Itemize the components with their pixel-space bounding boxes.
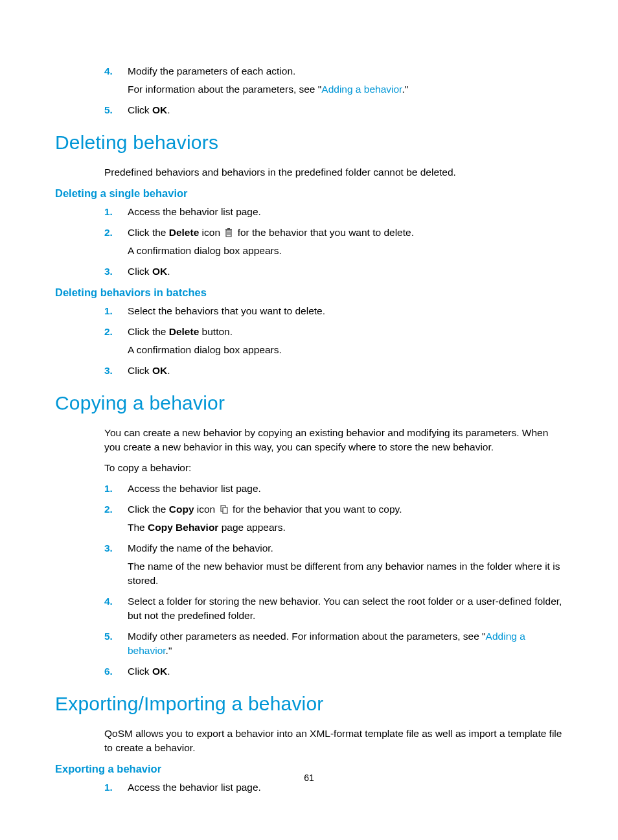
list-item: 4. Modify the parameters of each action.… xyxy=(104,64,563,97)
step-marker: 4. xyxy=(104,64,113,78)
svg-rect-4 xyxy=(225,229,232,231)
step-marker: 6. xyxy=(104,664,113,679)
step-text: Modify the parameters of each action. xyxy=(128,64,563,78)
heading-export-import: Exporting/Importing a behavior xyxy=(55,693,563,715)
step-marker: 5. xyxy=(104,103,113,117)
step-text: Click the Copy icon for the behavior tha… xyxy=(128,502,563,517)
list-item: 6. Click OK. xyxy=(104,664,563,679)
list-item: 5. Modify other parameters as needed. Fo… xyxy=(104,629,563,658)
list-item: 2. Click the Copy icon for the behavior … xyxy=(104,502,563,535)
page-number: 61 xyxy=(0,773,618,783)
step-marker: 5. xyxy=(104,629,113,644)
list-item: 4. Select a folder for storing the new b… xyxy=(104,594,563,623)
step-text: Select the behaviors that you want to de… xyxy=(128,304,563,318)
heading-deleting-single: Deleting a single behavior xyxy=(55,187,563,200)
step-sub: The name of the new behavior must be dif… xyxy=(128,559,563,588)
deleting-intro: Predefined behaviors and behaviors in th… xyxy=(104,165,563,180)
adding-behavior-link[interactable]: Adding a behavior xyxy=(321,84,402,95)
list-item: 1. Access the behavior list page. xyxy=(104,205,563,219)
copying-steps: 1. Access the behavior list page. 2. Cli… xyxy=(104,482,563,679)
list-item: 5. Click OK. xyxy=(104,103,563,117)
continuation-steps: 4. Modify the parameters of each action.… xyxy=(104,64,563,117)
step-text: Modify the name of the behavior. xyxy=(128,541,563,555)
step-text: Click OK. xyxy=(128,103,563,117)
svg-rect-7 xyxy=(223,508,227,513)
step-sub: A confirmation dialog box appears. xyxy=(128,343,563,357)
step-marker: 3. xyxy=(104,364,113,378)
deleting-single-steps: 1. Access the behavior list page. 2. Cli… xyxy=(104,205,563,279)
svg-rect-5 xyxy=(227,228,230,229)
step-text: Modify other parameters as needed. For i… xyxy=(128,629,563,658)
step-text: Click OK. xyxy=(128,664,563,679)
heading-deleting-batch: Deleting behaviors in batches xyxy=(55,286,563,299)
step-sub: The Copy Behavior page appears. xyxy=(128,520,563,535)
step-marker: 3. xyxy=(104,541,113,555)
list-item: 2. Click the Delete button. A confirmati… xyxy=(104,325,563,357)
step-marker: 1. xyxy=(104,205,113,219)
list-item: 1. Access the behavior list page. xyxy=(104,482,563,496)
step-marker: 2. xyxy=(104,226,113,240)
list-item: 2. Click the Delete icon for the behavio… xyxy=(104,226,563,258)
copying-p1: You can create a new behavior by copying… xyxy=(104,426,563,454)
deleting-batch-steps: 1. Select the behaviors that you want to… xyxy=(104,304,563,378)
list-item: 3. Click OK. xyxy=(104,364,563,378)
heading-deleting-behaviors: Deleting behaviors xyxy=(55,132,563,154)
step-marker: 1. xyxy=(104,482,113,496)
list-item: 1. Select the behaviors that you want to… xyxy=(104,304,563,318)
copy-icon xyxy=(220,505,229,514)
step-marker: 3. xyxy=(104,264,113,279)
trash-icon xyxy=(224,228,233,237)
step-marker: 2. xyxy=(104,325,113,339)
list-item: 3. Modify the name of the behavior. The … xyxy=(104,541,563,588)
step-marker: 4. xyxy=(104,594,113,609)
list-item: 3. Click OK. xyxy=(104,264,563,279)
step-text: Click OK. xyxy=(128,264,563,279)
copying-p2: To copy a behavior: xyxy=(104,461,563,475)
step-sub: For information about the parameters, se… xyxy=(128,82,563,97)
heading-copying-behavior: Copying a behavior xyxy=(55,392,563,414)
export-intro: QoSM allows you to export a behavior int… xyxy=(104,727,563,755)
step-text: Click the Delete icon for the behavior t… xyxy=(128,226,563,240)
step-text: Click OK. xyxy=(128,364,563,378)
step-text: Access the behavior list page. xyxy=(128,205,563,219)
step-marker: 1. xyxy=(104,304,113,318)
step-sub: A confirmation dialog box appears. xyxy=(128,244,563,258)
step-text: Access the behavior list page. xyxy=(128,482,563,496)
step-marker: 2. xyxy=(104,502,113,517)
page-content: 4. Modify the parameters of each action.… xyxy=(0,0,618,840)
step-text: Select a folder for storing the new beha… xyxy=(128,594,563,623)
step-text: Click the Delete button. xyxy=(128,325,563,339)
